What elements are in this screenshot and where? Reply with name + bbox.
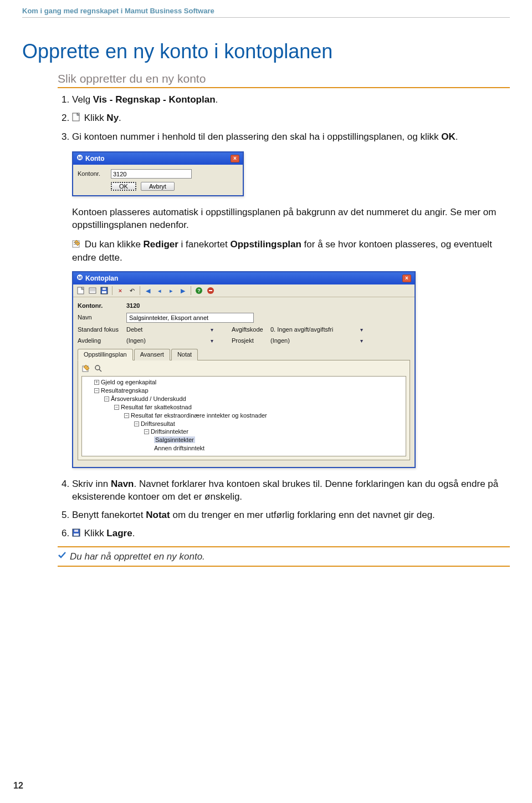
close-toolbar-icon[interactable] <box>206 286 215 295</box>
svg-point-20 <box>95 365 100 370</box>
edit-note-icon <box>72 239 81 252</box>
undo-icon[interactable]: ↶ <box>127 286 136 295</box>
svg-text:M: M <box>78 155 82 160</box>
toolbar: × ↶ ◀ ◂ ▸ ▶ ? <box>73 284 415 297</box>
para-autoplacement: Kontoen plasseres automatisk i oppstilli… <box>72 206 510 232</box>
svg-text:?: ? <box>197 288 201 293</box>
kontonr-label: Kontonr. <box>78 170 111 178</box>
svg-rect-13 <box>102 291 106 293</box>
kontoplan-dialog: M Kontoplan × × ↶ ◀ ◂ <box>72 271 416 469</box>
running-header: Kom i gang med regnskapet i Mamut Busine… <box>22 7 510 18</box>
step-2: Klikk Ny. <box>72 112 510 125</box>
save-icon <box>72 528 80 541</box>
lbl-fokus: Standard fokus <box>78 326 126 334</box>
save-icon[interactable] <box>100 286 109 295</box>
cancel-button[interactable]: Avbryt <box>141 182 175 191</box>
svg-rect-5 <box>74 244 77 245</box>
tab-avansert[interactable]: Avansert <box>134 349 170 360</box>
close-icon[interactable]: × <box>402 275 411 282</box>
help-icon[interactable]: ? <box>195 286 203 295</box>
svg-rect-14 <box>103 288 106 290</box>
ok-button[interactable]: OK <box>111 182 136 191</box>
avdeling-select[interactable]: (Ingen) <box>126 337 215 345</box>
oppstilling-tree[interactable]: +Gjeld og egenkapital −Resultatregnskap … <box>81 376 406 456</box>
new-icon[interactable] <box>76 286 85 295</box>
first-icon[interactable]: ◀ <box>144 286 152 295</box>
new-document-icon <box>72 113 80 125</box>
next-icon[interactable]: ▸ <box>167 286 176 295</box>
fokus-select[interactable]: Debet <box>126 326 215 334</box>
step-1: Velg Vis - Regnskap - Kontoplan. <box>72 94 510 106</box>
completion-note: Du har nå opprettet en ny konto. <box>58 546 510 567</box>
section-subtitle: Slik oppretter du en ny konto <box>58 72 510 88</box>
svg-line-21 <box>99 369 101 372</box>
lbl-prosjekt: Prosjekt <box>232 337 270 345</box>
avgiftskode-select[interactable]: 0. Ingen avgift/avgiftsfri <box>270 326 365 334</box>
search-icon[interactable] <box>94 364 103 373</box>
close-icon[interactable]: × <box>231 155 239 162</box>
tab-panel: +Gjeld og egenkapital −Resultatregnskap … <box>78 360 410 460</box>
lbl-avdeling: Avdeling <box>78 337 126 345</box>
tab-notat[interactable]: Notat <box>171 349 198 360</box>
svg-rect-18 <box>209 290 212 291</box>
app-icon: M <box>76 274 83 283</box>
svg-rect-11 <box>90 291 95 291</box>
page-title: Opprette en ny konto i kontoplanen <box>22 40 510 63</box>
page-number: 12 <box>13 781 23 791</box>
lbl-navn: Navn <box>78 313 126 322</box>
step-5: Benytt fanekortet Notat om du trenger en… <box>72 509 510 522</box>
tree-selected[interactable]: Salgsinntekter <box>154 436 195 443</box>
konto-dialog: M Konto × Kontonr. OK Avbryt <box>72 151 244 196</box>
last-icon[interactable]: ▶ <box>178 286 187 295</box>
prev-icon[interactable]: ◂ <box>155 286 164 295</box>
para-tip: Du kan klikke Rediger i fanekortet Oppst… <box>72 238 510 265</box>
svg-text:M: M <box>78 275 82 280</box>
lbl-kontonr: Kontonr. <box>78 302 126 310</box>
svg-rect-4 <box>74 242 78 243</box>
svg-rect-23 <box>74 533 79 536</box>
delete-icon[interactable]: × <box>116 286 125 295</box>
list-icon[interactable] <box>88 286 97 295</box>
kontoplan-dialog-title: Kontoplan <box>85 274 118 283</box>
app-icon: M <box>76 154 83 163</box>
check-icon <box>58 551 66 562</box>
prosjekt-select[interactable]: (Ingen) <box>270 337 365 345</box>
step-3: Gi kontoen nummer i henhold til den plas… <box>72 131 510 468</box>
svg-rect-24 <box>74 530 78 532</box>
konto-dialog-title: Konto <box>85 154 105 163</box>
lbl-avgiftskode: Avgiftskode <box>232 326 270 334</box>
val-kontonr: 3120 <box>126 302 140 310</box>
edit-icon[interactable] <box>81 364 90 373</box>
tab-oppstillingsplan[interactable]: Oppstillingsplan <box>78 349 133 360</box>
step-6: Klikk Lagre. <box>72 527 510 541</box>
step-4: Skriv inn Navn. Navnet forklarer hva kon… <box>72 478 510 504</box>
kontonr-input[interactable] <box>111 169 192 179</box>
svg-rect-10 <box>90 289 95 289</box>
navn-input[interactable] <box>126 313 254 323</box>
